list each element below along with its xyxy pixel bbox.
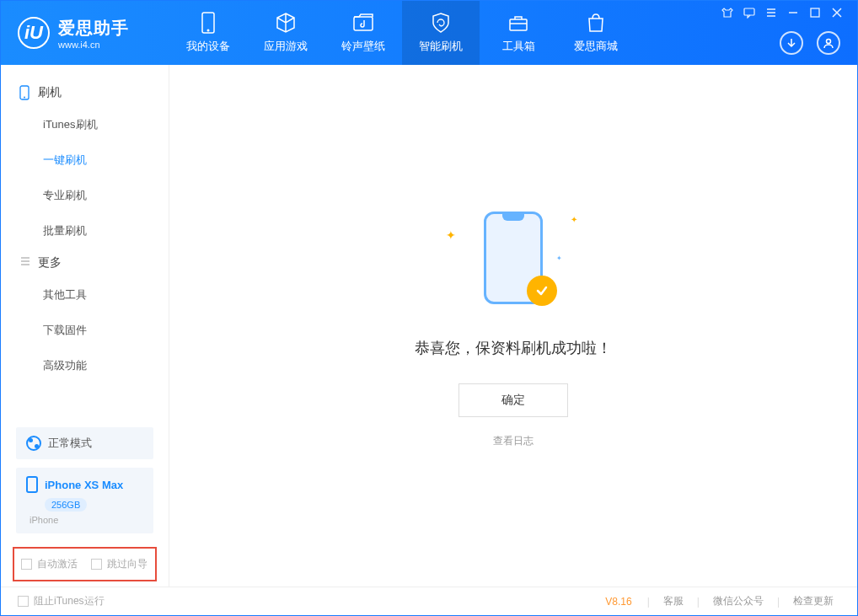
success-illustration: ✦ ✦ ✦ xyxy=(446,203,581,313)
nav-tabs: 我的设备 应用游戏 铃声壁纸 智能刷机 工具箱 爱思商城 xyxy=(169,1,635,65)
sidebar-section-flash: 刷机 xyxy=(1,78,169,107)
nav-tab-flash[interactable]: 智能刷机 xyxy=(402,1,480,65)
svg-point-1 xyxy=(207,29,210,32)
device-phone-icon xyxy=(26,476,38,493)
body: 刷机 iTunes刷机 一键刷机 专业刷机 批量刷机 更多 其他工具 下载固件 … xyxy=(1,65,857,587)
svg-rect-4 xyxy=(744,8,754,15)
checkbox-label: 阻止iTunes运行 xyxy=(34,594,105,608)
svg-rect-2 xyxy=(354,17,373,30)
sidebar-item-advanced[interactable]: 高级功能 xyxy=(43,348,169,383)
svg-point-6 xyxy=(827,40,831,44)
section-title: 更多 xyxy=(38,255,62,271)
success-message: 恭喜您，保资料刷机成功啦！ xyxy=(415,338,612,358)
checkbox-icon xyxy=(21,559,32,570)
device-type: iPhone xyxy=(29,515,143,525)
svg-rect-5 xyxy=(811,8,819,17)
checkbox-auto-activate[interactable]: 自动激活 xyxy=(21,557,78,571)
ok-button[interactable]: 确定 xyxy=(458,383,568,417)
minimize-button[interactable] xyxy=(786,6,800,19)
sidebar-item-itunes[interactable]: iTunes刷机 xyxy=(43,107,169,142)
separator: | xyxy=(697,596,700,608)
sidebar-item-othertools[interactable]: 其他工具 xyxy=(43,277,169,313)
checkbox-label: 跳过向导 xyxy=(107,557,147,571)
sidebar-spacer xyxy=(1,383,169,427)
logo-area: iU 爱思助手 www.i4.cn xyxy=(1,17,169,50)
menu-icon[interactable] xyxy=(764,6,778,19)
user-button[interactable] xyxy=(817,31,840,55)
checkbox-skip-guide[interactable]: 跳过向导 xyxy=(91,557,147,571)
device-row: iPhone XS Max xyxy=(26,476,143,493)
sidebar-section-more: 更多 xyxy=(1,249,169,277)
nav-label: 工具箱 xyxy=(502,39,535,54)
nav-tab-toolbox[interactable]: 工具箱 xyxy=(480,1,557,65)
app-url: www.i4.cn xyxy=(58,40,129,50)
device-box[interactable]: iPhone XS Max 256GB iPhone xyxy=(16,468,153,533)
footer-link-wechat[interactable]: 微信公众号 xyxy=(706,594,770,608)
svg-point-8 xyxy=(24,97,25,99)
version-label: V8.16 xyxy=(605,596,631,608)
footer-left: 阻止iTunes运行 xyxy=(18,594,105,608)
logo-text: 爱思助手 www.i4.cn xyxy=(58,17,129,50)
sidebar-items-flash: iTunes刷机 一键刷机 专业刷机 批量刷机 xyxy=(1,107,169,249)
footer-right: V8.16 | 客服 | 微信公众号 | 检查更新 xyxy=(605,594,840,608)
close-button[interactable] xyxy=(830,6,844,19)
footer-link-update[interactable]: 检查更新 xyxy=(786,594,840,608)
checkbox-highlight-box: 自动激活 跳过向导 xyxy=(13,547,157,581)
download-button[interactable] xyxy=(780,31,803,55)
shield-refresh-icon xyxy=(430,12,452,34)
header: iU 爱思助手 www.i4.cn 我的设备 应用游戏 铃声壁纸 智能刷机 xyxy=(1,1,857,65)
device-icon xyxy=(197,12,219,34)
device-name: iPhone XS Max xyxy=(45,479,123,491)
mode-label: 正常模式 xyxy=(48,436,92,451)
sidebar-item-pro[interactable]: 专业刷机 xyxy=(43,178,169,213)
nav-label: 智能刷机 xyxy=(419,39,463,54)
sidebar-items-more: 其他工具 下载固件 高级功能 xyxy=(1,277,169,383)
logo-icon: iU xyxy=(18,17,50,49)
nav-tab-device[interactable]: 我的设备 xyxy=(169,1,247,65)
checkbox-icon xyxy=(18,596,29,607)
footer: 阻止iTunes运行 V8.16 | 客服 | 微信公众号 | 检查更新 xyxy=(1,587,857,615)
feedback-icon[interactable] xyxy=(743,6,756,19)
separator: | xyxy=(777,596,780,608)
sparkle-icon: ✦ xyxy=(556,254,562,262)
phone-icon xyxy=(19,85,31,100)
nav-tab-apps[interactable]: 应用游戏 xyxy=(247,1,324,65)
nav-label: 爱思商城 xyxy=(574,39,618,54)
check-badge-icon xyxy=(527,276,557,306)
nav-label: 我的设备 xyxy=(186,39,230,54)
app-window: iU 爱思助手 www.i4.cn 我的设备 应用游戏 铃声壁纸 智能刷机 xyxy=(0,0,858,616)
svg-rect-3 xyxy=(510,19,527,30)
app-title: 爱思助手 xyxy=(58,17,129,40)
separator: | xyxy=(647,596,650,608)
sparkle-icon: ✦ xyxy=(571,215,577,224)
toolbox-icon xyxy=(507,12,529,34)
sidebar-item-batch[interactable]: 批量刷机 xyxy=(43,213,169,249)
bag-icon xyxy=(585,12,607,34)
section-title: 刷机 xyxy=(38,85,62,100)
view-log-link[interactable]: 查看日志 xyxy=(493,434,534,448)
sidebar-item-firmware[interactable]: 下载固件 xyxy=(43,313,169,348)
checkbox-block-itunes[interactable]: 阻止iTunes运行 xyxy=(18,594,105,608)
mode-box[interactable]: 正常模式 xyxy=(16,427,153,459)
window-controls xyxy=(721,6,844,19)
main-content: ✦ ✦ ✦ 恭喜您，保资料刷机成功啦！ 确定 查看日志 xyxy=(169,65,857,587)
maximize-button[interactable] xyxy=(808,6,822,19)
footer-link-support[interactable]: 客服 xyxy=(657,594,690,608)
checkbox-icon xyxy=(91,559,102,570)
sparkle-icon: ✦ xyxy=(446,228,456,242)
music-folder-icon xyxy=(352,12,374,34)
skin-icon[interactable] xyxy=(721,6,734,19)
cube-icon xyxy=(275,12,297,34)
device-storage: 256GB xyxy=(45,498,87,512)
list-icon xyxy=(19,255,31,271)
header-actions xyxy=(780,31,840,55)
nav-label: 铃声壁纸 xyxy=(341,39,385,54)
sidebar-item-oneclick[interactable]: 一键刷机 xyxy=(43,142,169,178)
checkbox-label: 自动激活 xyxy=(37,557,78,571)
sidebar: 刷机 iTunes刷机 一键刷机 专业刷机 批量刷机 更多 其他工具 下载固件 … xyxy=(1,65,169,587)
nav-label: 应用游戏 xyxy=(264,39,308,54)
nav-tab-store[interactable]: 爱思商城 xyxy=(557,1,635,65)
mode-icon xyxy=(26,436,41,451)
nav-tab-ringtones[interactable]: 铃声壁纸 xyxy=(324,1,402,65)
